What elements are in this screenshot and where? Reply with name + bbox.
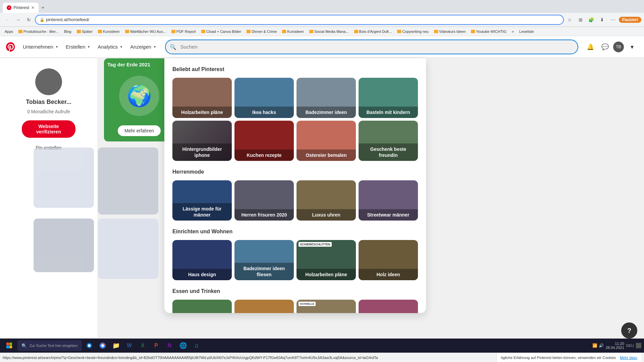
taskbar-app-spotify[interactable]: ♫	[191, 340, 203, 352]
bookmark-folder-icon	[282, 30, 286, 33]
category-card[interactable]: Herren frisuren 2020	[234, 180, 294, 221]
address-bar[interactable]: 🔒 pinterest.at/homefeed/	[35, 15, 564, 25]
bookmark-produktsuche[interactable]: Produktsuche - Mer...	[16, 29, 61, 34]
taskbar-app-excel[interactable]: X	[137, 340, 149, 352]
category-card[interactable]: Bärlauch rezepte	[172, 300, 232, 313]
messages-btn[interactable]: 💬	[598, 40, 612, 54]
extensions-btn[interactable]: 🧩	[587, 15, 596, 24]
category-card[interactable]: Kuchen rezepte	[234, 121, 294, 161]
taskbar-app-edge[interactable]: 🌐	[177, 340, 189, 352]
cookie-text: ögliche Erfahrung auf Pinterest bieten k…	[501, 356, 616, 360]
bookmark-label: Kursideen	[287, 29, 304, 34]
taskbar-app-onenote[interactable]: N	[164, 340, 176, 352]
anzeigen-btn[interactable]: Anzeigen ▾	[126, 41, 160, 52]
taskbar-lang: DEU	[626, 344, 634, 348]
bookmark-star-btn[interactable]: ☆	[565, 15, 575, 24]
bookmark-dinner[interactable]: Dinner & Crime	[245, 29, 279, 34]
bookmark-apps[interactable]: Apps	[3, 29, 15, 34]
show-desktop-btn[interactable]	[636, 343, 641, 348]
category-card[interactable]: Haus design	[172, 240, 232, 280]
bookmark-folder-icon	[434, 30, 438, 33]
bookmark-copywriting[interactable]: Copywriting neu	[395, 29, 431, 34]
tab-close-btn[interactable]: ✕	[31, 5, 35, 10]
category-card[interactable]: Streetwear männer	[359, 180, 418, 221]
bookmark-label: Youtube WICHTIG	[476, 29, 506, 34]
category-card[interactable]: Badezimmer ideen	[297, 78, 356, 118]
forward-btn[interactable]: →	[13, 15, 23, 24]
verify-website-btn[interactable]: Webseite verifizieren	[22, 120, 75, 138]
pinterest-nav: Unternehmen ▾ Erstellen ▾ Analytics ▾ An…	[0, 36, 644, 58]
svg-rect-1	[9, 343, 12, 345]
browser-tab[interactable]: Pinterest ✕	[3, 3, 39, 13]
category-card[interactable]: Holz ideen	[359, 240, 418, 280]
search-icon: 🔍	[21, 343, 27, 348]
erstellen-btn[interactable]: Erstellen ▾	[62, 41, 94, 52]
reload-btn[interactable]: ↻	[24, 15, 34, 24]
back-btn[interactable]: ←	[3, 15, 12, 24]
user-menu-btn[interactable]: ▾	[625, 40, 639, 54]
taskbar-app-powerpoint[interactable]: P	[150, 340, 162, 352]
category-card[interactable]: Luxus uhren	[297, 180, 356, 221]
user-avatar[interactable]: TB	[613, 42, 624, 52]
category-card[interactable]: Ostereier bemalen	[297, 121, 356, 161]
svg-rect-0	[6, 343, 9, 345]
bookmark-more[interactable]: »	[510, 29, 516, 34]
bookmark-folder-icon	[397, 30, 401, 33]
category-card[interactable]: Hintergrundbilder iphone	[172, 121, 232, 161]
category-card[interactable]: Ikea hacks	[234, 78, 294, 118]
bookmark-youtube[interactable]: Youtube WICHTIG	[469, 29, 508, 34]
unternehmen-btn[interactable]: Unternehmen ▾	[19, 41, 62, 52]
bookmark-wahlfaecher[interactable]: Wahlfächer WU Aus...	[123, 29, 168, 34]
search-icon: 🔍	[170, 44, 176, 50]
bookmark-pdf[interactable]: PDF Report	[169, 29, 198, 34]
cookie-notice: ögliche Erfahrung auf Pinterest bieten k…	[496, 353, 641, 362]
promo-more-btn[interactable]: Mehr erfahren	[118, 125, 161, 136]
cookie-link[interactable]: Mehr dazu	[620, 356, 637, 360]
bookmark-videokurs[interactable]: Videokurs Ideen	[432, 29, 468, 34]
category-card[interactable]: Vegetarische hauptgerichte	[359, 300, 418, 313]
downloads-btn[interactable]: ⬇	[597, 15, 607, 24]
browser-profile-btn[interactable]: Pausiert	[619, 17, 641, 23]
bookmark-social[interactable]: Social Media Mana...	[307, 29, 351, 34]
help-btn[interactable]: ?	[621, 322, 637, 339]
pin-card	[98, 219, 158, 279]
notifications-btn[interactable]: 🔔	[584, 40, 597, 54]
reader-mode-btn[interactable]: ⊞	[576, 15, 585, 24]
analytics-btn[interactable]: Analytics ▾	[94, 41, 126, 52]
bookmark-label: Cload + Canva Bilder	[206, 29, 241, 34]
taskbar-app-cortana[interactable]	[83, 340, 95, 352]
bookmark-leseliste[interactable]: Leseliste	[517, 29, 536, 34]
settings-btn[interactable]: ⋯	[608, 15, 618, 24]
category-card[interactable]: Basteln mit kindern	[359, 78, 418, 118]
category-card[interactable]: Vegetarische rezepte	[234, 300, 294, 313]
category-card[interactable]: Badezimmer ideen fliesen	[234, 240, 294, 280]
category-label: Geschenk beste freundin	[359, 143, 418, 161]
bookmark-folder-icon	[247, 30, 251, 33]
bookmark-spaeter[interactable]: Später	[75, 29, 95, 34]
category-card[interactable]: Geschenk beste freundin	[359, 121, 418, 161]
bookmark-blog[interactable]: Blog	[62, 29, 73, 34]
start-btn[interactable]	[3, 340, 16, 351]
taskbar-app-explorer[interactable]: 📁	[110, 340, 122, 352]
taskbar-app-word[interactable]: W	[123, 340, 136, 352]
category-card[interactable]: SCHIEBESCHLITTEN Holzarbeiten pläne	[297, 240, 356, 280]
taskbar-sys-icons: 📶 🔊	[592, 343, 604, 348]
bookmark-folder-icon	[125, 30, 129, 33]
bookmark-kursideen2[interactable]: Kursideen	[280, 29, 306, 34]
category-card[interactable]: Lässige mode für männer	[172, 180, 232, 221]
taskbar-app-chrome[interactable]	[97, 340, 109, 352]
search-input[interactable]	[165, 40, 578, 54]
new-tab-btn[interactable]: +	[39, 3, 47, 12]
pin-card	[34, 219, 94, 272]
category-grid-beliebt: Holzarbeiten pläne Ikea hacks Badezimmer…	[172, 78, 418, 161]
taskbar-search[interactable]: 🔍 Zur Suche Text hier eingeben	[17, 340, 82, 351]
pin-card	[98, 147, 158, 215]
bookmark-kursideen1[interactable]: Kursideen	[96, 29, 122, 34]
category-card[interactable]: Holzarbeiten pläne	[172, 78, 232, 118]
taskbar-right-section: 📶 🔊 11:20 28.04.2021 DEU	[592, 342, 641, 350]
pinterest-logo[interactable]	[5, 42, 16, 52]
bookmark-canva[interactable]: Cload + Canva Bilder	[199, 29, 243, 34]
category-card[interactable]: SCHNELLE Einfache gerichte	[297, 300, 356, 313]
pin-card	[34, 147, 94, 208]
bookmark-bois[interactable]: Bois d'Argent Duft...	[352, 29, 394, 34]
